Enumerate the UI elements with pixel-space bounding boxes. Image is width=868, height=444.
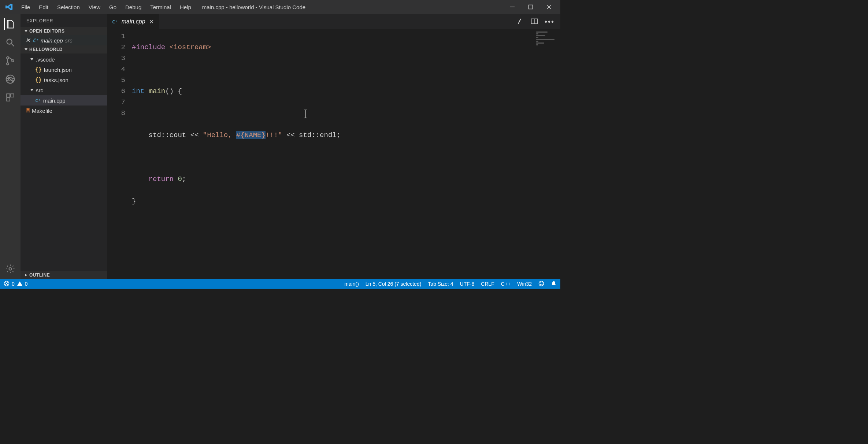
svg-point-30 bbox=[542, 282, 543, 283]
svg-point-8 bbox=[12, 60, 14, 62]
json-file-icon: {} bbox=[35, 66, 42, 73]
file-launch-json[interactable]: {} launch.json bbox=[21, 64, 107, 75]
feedback-smiley-icon[interactable] bbox=[538, 281, 544, 288]
svg-point-19 bbox=[9, 268, 12, 270]
window-minimize-button[interactable] bbox=[510, 4, 515, 10]
status-scope[interactable]: main() bbox=[344, 281, 359, 287]
notifications-bell-icon[interactable] bbox=[551, 281, 557, 288]
svg-point-29 bbox=[540, 282, 541, 283]
close-icon[interactable]: ✕ bbox=[26, 37, 30, 44]
svg-point-28 bbox=[539, 281, 544, 286]
open-editors-header[interactable]: OPEN EDITORS bbox=[21, 27, 107, 35]
warnings-count[interactable]: 0 bbox=[25, 281, 28, 287]
status-target[interactable]: Win32 bbox=[517, 281, 532, 287]
text-cursor-icon bbox=[261, 98, 261, 107]
svg-rect-18 bbox=[7, 98, 10, 101]
svg-point-7 bbox=[7, 63, 9, 65]
svg-rect-1 bbox=[529, 5, 533, 9]
json-file-icon: {} bbox=[35, 77, 42, 83]
split-editor-icon[interactable] bbox=[531, 18, 538, 26]
errors-count[interactable]: 0 bbox=[12, 281, 15, 287]
activity-source-control-icon[interactable] bbox=[4, 55, 16, 67]
chevron-down-icon bbox=[30, 88, 34, 92]
svg-line-13 bbox=[12, 78, 14, 79]
status-tab-size[interactable]: Tab Size: 4 bbox=[428, 281, 453, 287]
status-encoding[interactable]: UTF-8 bbox=[460, 281, 475, 287]
status-eol[interactable]: CRLF bbox=[481, 281, 494, 287]
workspace-header[interactable]: HELLOWORLD bbox=[21, 45, 107, 53]
svg-line-12 bbox=[7, 78, 8, 79]
makefile-icon: M bbox=[26, 107, 30, 114]
svg-rect-17 bbox=[11, 94, 14, 97]
selected-text: #{NAME} bbox=[236, 131, 266, 139]
code-content[interactable]: #include <iostream> int main() { std::co… bbox=[132, 29, 560, 279]
outline-header[interactable]: OUTLINE bbox=[21, 271, 107, 279]
activity-bar bbox=[0, 14, 21, 279]
more-actions-icon[interactable]: ••• bbox=[545, 18, 554, 26]
vscode-logo-icon bbox=[0, 3, 18, 11]
svg-rect-16 bbox=[7, 94, 10, 97]
code-editor[interactable]: 1 2 3 4 5 6 7 8 #include <iostream> int … bbox=[107, 29, 560, 279]
activity-debug-icon[interactable] bbox=[4, 73, 16, 85]
menu-go[interactable]: Go bbox=[109, 4, 116, 10]
svg-line-10 bbox=[7, 76, 14, 82]
chevron-down-icon bbox=[30, 58, 34, 61]
file-tasks-json[interactable]: {} tasks.json bbox=[21, 75, 107, 85]
status-language[interactable]: C++ bbox=[501, 281, 511, 287]
sidebar-explorer: EXPLORER OPEN EDITORS ✕ C⁺ main.cpp src … bbox=[21, 14, 107, 279]
open-editor-item[interactable]: ✕ C⁺ main.cpp src bbox=[21, 35, 107, 45]
warnings-icon[interactable] bbox=[17, 281, 23, 288]
run-build-icon[interactable] bbox=[517, 18, 524, 26]
svg-line-14 bbox=[7, 80, 8, 81]
minimap[interactable] bbox=[535, 29, 560, 279]
cpp-file-icon: C⁺ bbox=[112, 19, 118, 25]
menu-debug[interactable]: Debug bbox=[125, 4, 141, 10]
tab-close-icon[interactable]: ✕ bbox=[149, 18, 154, 25]
window-title: main.cpp - helloworld - Visual Studio Co… bbox=[191, 4, 510, 10]
menu-selection[interactable]: Selection bbox=[57, 4, 80, 10]
cpp-file-icon: C⁺ bbox=[33, 38, 38, 43]
tab-main-cpp[interactable]: C⁺ main.cpp ✕ bbox=[107, 14, 159, 29]
activity-settings-icon[interactable] bbox=[4, 263, 16, 275]
file-main-cpp[interactable]: C⁺ main.cpp bbox=[21, 95, 107, 106]
menu-terminal[interactable]: Terminal bbox=[150, 4, 171, 10]
svg-line-15 bbox=[12, 80, 14, 81]
window-close-button[interactable] bbox=[546, 4, 552, 10]
svg-line-5 bbox=[12, 44, 14, 47]
menu-file[interactable]: File bbox=[21, 4, 30, 10]
menu-help[interactable]: Help bbox=[180, 4, 191, 10]
window-maximize-button[interactable] bbox=[528, 4, 533, 10]
folder-vscode[interactable]: .vscode bbox=[21, 54, 107, 64]
svg-point-4 bbox=[7, 39, 12, 44]
status-bar: 0 0 main() Ln 5, Col 26 (7 selected) Tab… bbox=[0, 279, 560, 289]
tab-bar: C⁺ main.cpp ✕ ••• bbox=[107, 14, 560, 29]
activity-explorer-icon[interactable] bbox=[4, 18, 16, 30]
line-numbers: 1 2 3 4 5 6 7 8 bbox=[107, 29, 132, 279]
status-cursor-position[interactable]: Ln 5, Col 26 (7 selected) bbox=[366, 281, 422, 287]
cpp-file-icon: C⁺ bbox=[35, 98, 41, 103]
menu-view[interactable]: View bbox=[89, 4, 100, 10]
menu-bar: File Edit Selection View Go Debug Termin… bbox=[18, 4, 191, 10]
activity-extensions-icon[interactable] bbox=[4, 92, 16, 103]
editor-area: C⁺ main.cpp ✕ ••• 1 2 3 4 5 6 7 8 #inclu… bbox=[107, 14, 560, 279]
menu-edit[interactable]: Edit bbox=[39, 4, 48, 10]
folder-src[interactable]: src bbox=[21, 85, 107, 95]
activity-search-icon[interactable] bbox=[4, 37, 16, 48]
errors-icon[interactable] bbox=[4, 281, 10, 288]
file-makefile[interactable]: M Makefile bbox=[21, 106, 107, 116]
svg-point-6 bbox=[7, 57, 9, 59]
title-bar: File Edit Selection View Go Debug Termin… bbox=[0, 0, 560, 14]
sidebar-title: EXPLORER bbox=[21, 14, 107, 27]
